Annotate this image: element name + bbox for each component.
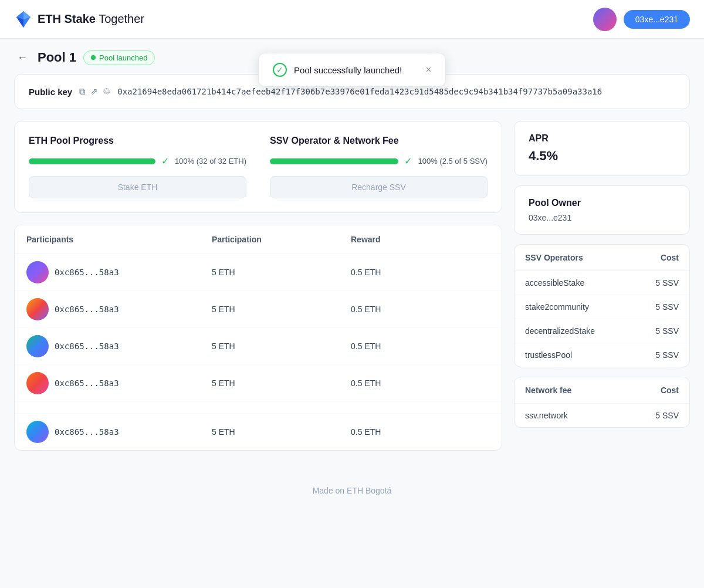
ssv-progress-bar-bg: [270, 158, 398, 164]
reward-cell: 0.5 ETH: [351, 305, 490, 314]
toast-success-icon: ✓: [273, 63, 287, 77]
operators-tbody: accessibleStake 5 SSV stake2community 5 …: [515, 271, 689, 367]
operator-cost: 5 SSV: [655, 326, 679, 336]
eth-progress-bar-bg: [29, 158, 155, 164]
network-col-fee: Network fee: [525, 386, 571, 395]
operators-header: SSV Operators Cost: [515, 245, 689, 271]
col-participants: Participants: [26, 235, 212, 244]
participant-address: 0xc865...58a3: [55, 427, 119, 437]
avatar: [26, 372, 49, 394]
col-reward: Reward: [351, 235, 490, 244]
participant-cell: 0xc865...58a3: [26, 421, 212, 443]
apr-card: APR 4.5%: [514, 121, 690, 176]
avatar: [26, 298, 49, 320]
participation-cell: 5 ETH: [212, 379, 351, 388]
network-fee-name: ssv.network: [525, 411, 568, 420]
status-dot-icon: [91, 55, 96, 60]
participant-address: 0xc865...58a3: [55, 268, 119, 277]
participant-address: 0xc865...58a3: [55, 342, 119, 351]
header: ETH Stake Together 03xe...e231: [0, 0, 704, 39]
pool-progress-card: ETH Pool Progress ✓ 100% (32 of 32 ETH) …: [14, 121, 502, 213]
operator-row: stake2community 5 SSV: [515, 295, 689, 319]
operator-name: accessibleStake: [525, 278, 584, 288]
toast-message: Pool successfully launched!: [294, 65, 419, 75]
operator-row: decentralizedStake 5 SSV: [515, 319, 689, 343]
eth-progress-bar-row: ✓ 100% (32 of 32 ETH): [29, 156, 246, 167]
operator-name: stake2community: [525, 302, 589, 312]
reward-cell: 0.5 ETH: [351, 342, 490, 351]
participant-cell: 0xc865...58a3: [26, 261, 212, 283]
page-title: Pool 1: [38, 50, 76, 65]
ssv-operators-card: SSV Operators Cost accessibleStake 5 SSV…: [514, 244, 690, 367]
table-row: 0xc865...58a3 5 ETH 0.5 ETH: [15, 365, 502, 402]
main-content: Public key ⧉ ⇗ ♲ 0xa21694e8eda061721b414…: [0, 74, 704, 474]
reward-cell: 0.5 ETH: [351, 427, 490, 437]
two-col-layout: ETH Pool Progress ✓ 100% (32 of 32 ETH) …: [14, 121, 690, 451]
reward-cell: 0.5 ETH: [351, 268, 490, 277]
ssv-progress-bar-fill: [270, 158, 398, 164]
apr-value: 4.5%: [529, 148, 675, 164]
operator-name: trustlessPool: [525, 350, 572, 360]
wallet-button[interactable]: 03xe...e231: [624, 10, 690, 29]
toast-close-button[interactable]: ×: [426, 65, 431, 75]
avatar: [26, 261, 49, 283]
footer-text: Made on ETH Bogotá: [313, 486, 392, 495]
public-key-label: Public key: [29, 87, 72, 97]
pool-owner-card: Pool Owner 03xe...e231: [514, 185, 690, 235]
footer: Made on ETH Bogotá: [0, 474, 704, 507]
avatar: [26, 335, 49, 357]
stake-eth-button[interactable]: Stake ETH: [29, 176, 246, 198]
operator-row: trustlessPool 5 SSV: [515, 343, 689, 367]
back-button[interactable]: ←: [14, 49, 31, 66]
participation-cell: 5 ETH: [212, 305, 351, 314]
public-key-value: 0xa21694e8eda061721b414c7aefeeb42f17f306…: [117, 87, 602, 96]
ssv-fee-section: SSV Operator & Network Fee ✓ 100% (2.5 o…: [270, 136, 488, 198]
ssv-progress-bar-row: ✓ 100% (2.5 of 5 SSV): [270, 156, 488, 167]
public-key-icons: ⧉ ⇗ ♲: [79, 86, 110, 97]
avatar: [593, 8, 617, 31]
left-column: ETH Pool Progress ✓ 100% (32 of 32 ETH) …: [14, 121, 502, 451]
eth-pool-section: ETH Pool Progress ✓ 100% (32 of 32 ETH) …: [29, 136, 246, 198]
operator-cost: 5 SSV: [655, 278, 679, 288]
table-header: Participants Participation Reward: [15, 225, 502, 254]
participant-cell: 0xc865...58a3: [26, 298, 212, 320]
reward-cell: 0.5 ETH: [351, 379, 490, 388]
recharge-ssv-button[interactable]: Recharge SSV: [270, 176, 488, 198]
operators-col-operator: SSV Operators: [525, 253, 583, 262]
logo-icon: [14, 10, 33, 29]
pool-owner-value: 03xe...e231: [529, 213, 675, 222]
network-fee-card: Network fee Cost ssv.network 5 SSV: [514, 377, 690, 428]
participation-cell: 5 ETH: [212, 342, 351, 351]
right-column: APR 4.5% Pool Owner 03xe...e231 SSV Oper…: [514, 121, 690, 428]
apr-title: APR: [529, 133, 675, 144]
table-row: 0xc865...58a3 5 ETH 0.5 ETH: [15, 414, 502, 450]
participation-cell: 5 ETH: [212, 268, 351, 277]
eth-pool-title: ETH Pool Progress: [29, 136, 246, 146]
table-row: 0xc865...58a3 5 ETH 0.5 ETH: [15, 291, 502, 328]
network-fee-row: ssv.network 5 SSV: [515, 404, 689, 427]
app-title: ETH Stake Together: [38, 12, 144, 26]
header-left: ETH Stake Together: [14, 10, 144, 29]
participant-address: 0xc865...58a3: [55, 305, 119, 314]
download-icon[interactable]: ♲: [103, 86, 110, 97]
operators-col-cost: Cost: [661, 253, 679, 262]
table-row: 0xc865...58a3 5 ETH 0.5 ETH: [15, 328, 502, 365]
operator-name: decentralizedStake: [525, 326, 595, 336]
external-link-icon[interactable]: ⇗: [90, 86, 98, 97]
participation-cell: 5 ETH: [212, 427, 351, 437]
ssv-fee-title: SSV Operator & Network Fee: [270, 136, 488, 146]
operator-cost: 5 SSV: [655, 350, 679, 360]
progress-row: ETH Pool Progress ✓ 100% (32 of 32 ETH) …: [29, 136, 488, 198]
network-fee-cost: 5 SSV: [655, 411, 679, 420]
participant-address: 0xc865...58a3: [55, 379, 119, 388]
pool-owner-title: Pool Owner: [529, 198, 675, 208]
status-badge: Pool launched: [83, 50, 155, 65]
copy-icon[interactable]: ⧉: [79, 86, 86, 97]
participants-tbody: 0xc865...58a3 5 ETH 0.5 ETH 0xc865...58a…: [15, 254, 502, 450]
spacer-row: [15, 402, 502, 414]
operator-row: accessibleStake 5 SSV: [515, 271, 689, 295]
ssv-progress-text: 100% (2.5 of 5 SSV): [418, 157, 488, 165]
network-header: Network fee Cost: [515, 377, 689, 404]
network-col-cost: Cost: [661, 386, 679, 395]
ssv-progress-check-icon: ✓: [404, 156, 412, 167]
